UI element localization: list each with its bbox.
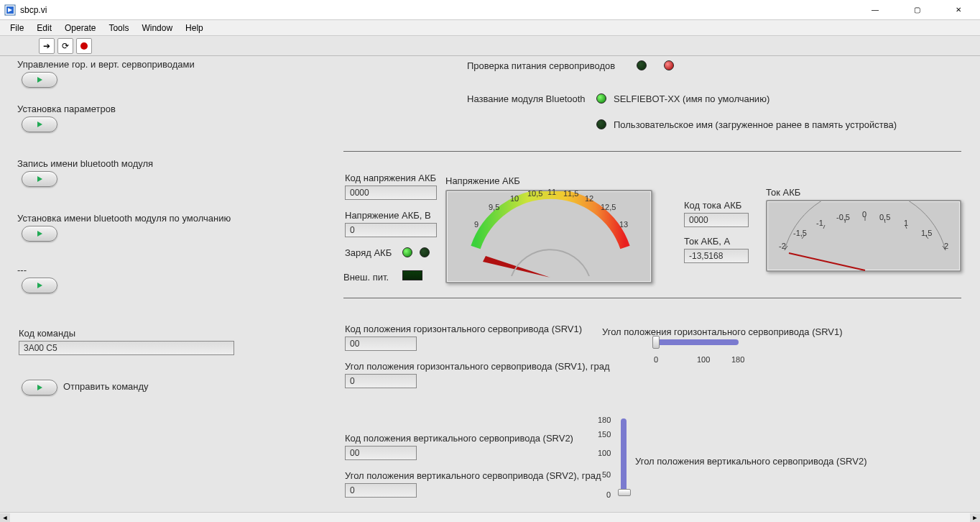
led-ext-power [402,270,422,280]
current-gauge: -2 -1,5 -1 -0,5 0 0,5 1 1,5 2 [766,200,961,272]
minimize-button[interactable]: — [861,3,889,17]
horizontal-scrollbar[interactable]: ◄ ► [0,512,980,522]
svg-line-6 [823,225,825,229]
dash-button[interactable] [22,278,57,293]
label-control-servos: Управление гор. и верт. сервоприводами [17,59,195,70]
label-cmd-code: Код команды [19,328,75,339]
menu-edit[interactable]: Edit [31,22,57,35]
close-button[interactable]: ✕ [944,3,973,17]
gauge-tick: -0,5 [836,213,850,221]
label-set-bt-default: Установка имени bluetooth модуля по умол… [17,213,231,224]
label-bt-module: Название модуля Bluetooth [467,93,586,104]
gauge-voltage-title: Напряжение АКБ [445,175,520,186]
label-srv1-slider: Угол положения горизонтального сервоприв… [602,326,843,337]
gauge-tick: 0 [862,210,866,219]
control-servos-button[interactable] [22,72,57,88]
current-field: -13,5168 [684,249,749,263]
menu-operate[interactable]: Operate [59,22,101,35]
labview-icon [4,4,16,16]
svg-line-13 [789,253,865,270]
gauge-tick: 11 [547,188,556,196]
menu-tools[interactable]: Tools [103,22,134,35]
slider-tick: 0 [606,490,611,499]
label-ext-power: Внеш. пит. [343,272,389,283]
led-power-red [664,60,674,70]
label-voltage: Напряжение АКБ, В [345,210,431,221]
label-srv1-angle: Угол положения горизонтального сервоприв… [345,361,610,372]
label-dash: --- [17,265,27,275]
srv2-code-field: 00 [345,446,417,460]
title-bar: sbcp.vi — ▢ ✕ [0,0,980,20]
menu-bar: File Edit Operate Tools Window Help [0,20,980,36]
led-charge-2 [420,247,430,257]
front-panel: Управление гор. и верт. сервоприводами У… [0,56,980,522]
toolbar: ➔ ⟳ [0,36,980,56]
label-set-params: Установка параметров [17,104,116,114]
voltage-code-field: 0000 [345,186,437,200]
gauge-tick: 0,5 [879,213,890,221]
gauge-tick: 9,5 [489,203,499,211]
slider-tick: 180 [731,355,744,364]
led-charge-1 [402,247,412,257]
label-bt-user-name: Пользовательское имя (загруженное ранее … [614,119,897,130]
menu-help[interactable]: Help [180,22,209,35]
set-params-button[interactable] [22,116,57,132]
srv1-code-field: 00 [345,336,417,351]
gauge-tick: 11,5 [563,189,578,198]
label-send-command: Отправить команду [63,381,149,392]
gauge-current-title: Ток АКБ [766,187,800,198]
cmd-code-field: 3A00 C5 [19,341,234,355]
label-srv1-code: Код положения горизонтального сервоприво… [345,324,582,334]
gauge-tick: 1 [904,219,908,227]
label-srv2-code: Код положения вертикального сервопривода… [345,433,573,444]
run-button[interactable]: ➔ [39,38,55,54]
led-power-green [637,60,647,70]
vi-icon[interactable] [954,21,976,35]
label-current: Ток АКБ, А [684,236,730,247]
gauge-tick: 13 [619,220,628,229]
label-srv2-slider: Угол положения вертикального сервопривод… [635,456,867,467]
srv2-angle-field: 0 [345,483,417,498]
slider-tick: 180 [598,416,611,424]
menu-window[interactable]: Window [136,22,178,35]
label-write-bt-name: Запись имени bluetooth модуля [17,158,153,169]
label-charge: Заряд АКБ [345,247,392,258]
srv1-angle-field: 0 [345,374,417,388]
gauge-tick: 9 [474,220,479,229]
send-command-button[interactable] [22,380,57,395]
set-bt-default-button[interactable] [22,226,57,242]
led-bt-user [596,119,606,129]
slider-tick: 100 [598,449,611,457]
window-title: sbcp.vi [20,5,861,15]
slider-tick: 150 [598,430,611,439]
gauge-tick: -2 [779,242,786,250]
gauge-tick: -1,5 [793,229,807,237]
label-bt-default-name: SELFIEBOT-XX (имя по умолчанию) [614,93,769,104]
scroll-left-icon[interactable]: ◄ [0,513,10,522]
gauge-tick: 10 [510,194,519,203]
gauge-tick: 10,5 [527,189,542,198]
divider-2 [343,298,961,298]
abort-button[interactable] [76,38,92,54]
divider-1 [343,151,961,152]
label-voltage-code: Код напряжения АКБ [345,173,436,183]
current-code-field: 0000 [684,213,749,227]
slider-tick: 0 [654,355,658,364]
voltage-field: 0 [345,223,437,237]
maximize-button[interactable]: ▢ [902,3,931,17]
label-check-power: Проверка питания сервоприводов [467,60,615,71]
voltage-gauge: 9 9,5 10 10,5 11 11,5 12 12,5 13 [445,190,652,283]
label-current-code: Код тока АКБ [684,200,741,211]
menu-file[interactable]: File [4,22,29,35]
slider-tick: 50 [602,470,611,479]
run-continuous-button[interactable]: ⟳ [57,38,73,54]
gauge-tick: 12,5 [601,203,616,211]
scroll-right-icon[interactable]: ► [970,513,980,522]
led-bt-default [596,93,606,104]
gauge-tick: -1 [816,219,823,227]
gauge-tick: 2 [944,242,948,250]
gauge-tick: 1,5 [921,229,932,237]
slider-tick: 100 [697,355,710,364]
write-bt-name-button[interactable] [22,171,57,187]
srv2-slider[interactable] [616,418,634,498]
